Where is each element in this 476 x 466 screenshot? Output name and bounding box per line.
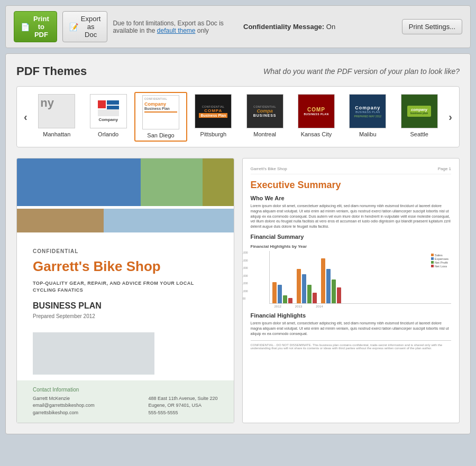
svg-rect-1 [107,100,119,105]
cover-tagline: TOP-QUALITY GEAR, REPAIR, AND ADVICE FRO… [33,280,218,293]
inner-executive-summary: Executive Summary [251,180,452,191]
cover-company-name: Garrett's Bike Shop [33,258,218,275]
theme-thumbnail-sandiego: CONFIDENTIAL Company Business Plan [142,95,179,129]
cover-page-preview: CONFIDENTIAL Garrett's Bike Shop TOP-QUA… [16,158,234,423]
pdf-icon: 📄 [21,23,30,31]
confidentiality-message: Confidentiality Message: On [243,23,335,31]
bar-netprofit-2012 [283,295,287,303]
chart-bar-group-2013 [297,269,317,303]
legend-sales: Sales [431,254,448,257]
theme-name-montreal: Montreal [253,131,276,137]
cover-page: CONFIDENTIAL Garrett's Bike Shop TOP-QUA… [17,159,234,423]
chart-bar-group-2014 [321,258,341,303]
theme-item-montreal[interactable]: CONFIDENTIAL Compa BUSINESS Montreal [240,92,290,142]
theme-thumbnail-kansascity: COMP BUSINESS PLAN [298,94,335,128]
color-block-green [141,159,203,206]
pdf-themes-question: What do you want the PDF version of your… [263,67,460,76]
cover-contact-title: Contact Information [33,387,218,393]
color-block-olive [203,159,234,206]
print-settings-button[interactable]: Print Settings... [402,19,462,34]
bar-sales-2013 [297,269,301,303]
theme-thumbnail-seattle: company business plan [401,94,438,128]
theme-item-sandiego[interactable]: CONFIDENTIAL Company Business Plan San D… [134,92,187,142]
cover-color-blocks-bottom [17,209,234,232]
cover-prepared: Prepared September 2012 [33,313,218,319]
bar-sales-2014 [321,258,325,303]
orlando-logo-svg [98,100,119,116]
inner-chart-area: Financial Highlights by Year $3,500,000 … [251,244,452,308]
inner-footer-text: CONFIDENTIAL - DO NOT DISSEMINATE. This … [251,340,452,350]
inner-chart-title: Financial Highlights by Year [251,244,452,249]
theme-item-pittsburgh[interactable]: CONFIDENTIAL COMPA Business Plan Pittsbu… [188,92,239,142]
chart-legend: Sales Expenses Net Profit [431,254,448,268]
theme-name-sandiego: San Diego [147,132,174,138]
chart-y-labels: $3,500,000 $3,000,000 $2,500,000 $2,000,… [243,251,248,308]
print-pdf-button[interactable]: 📄 Print to PDF [14,11,57,42]
inner-page-header: Garrett's Bike Shop Page 1 [251,166,452,174]
bar-expenses-2013 [302,274,306,303]
theme-name-manhattan: Manhattan [43,131,70,137]
color-block-lightblue [104,209,234,232]
bar-expenses-2014 [326,269,331,303]
cover-contact-left: Garrett McKenzie email@garrettsbikeshop.… [33,395,95,417]
cover-plan-title: BUSINESS PLAN [33,301,218,311]
cover-contact-section: Contact Information Garrett McKenzie ema… [17,380,234,423]
cover-contact-right: 488 East 11th Avenue, Suite 220 Eugene, … [149,395,218,417]
export-doc-label: Export as Doc [81,15,101,39]
cover-grey-box [33,332,154,375]
cover-color-blocks-top [17,159,234,206]
theme-thumbnail-pittsburgh: CONFIDENTIAL COMPA Business Plan [195,94,232,128]
svg-rect-2 [107,106,119,110]
bar-sales-2012 [272,282,277,303]
theme-name-seattle: Seattle [410,131,428,137]
top-bar-left: 📄 Print to PDF 📝 Export as Doc Due to fo… [14,11,233,42]
inner-who-we-are-title: Who We Are [251,195,452,201]
theme-name-orlando: Orlando [98,131,118,137]
theme-item-orlando[interactable]: Company Orlando [83,92,133,142]
color-block-blue [17,159,141,206]
theme-items: ny Manhattan Com [32,92,445,142]
cover-contact-details: Garrett McKenzie email@garrettsbikeshop.… [33,395,218,417]
theme-item-kansascity[interactable]: COMP BUSINESS PLAN Kansas City [291,92,341,142]
cover-content: CONFIDENTIAL Garrett's Bike Shop TOP-QUA… [17,232,234,396]
chart-container: Sales Expenses Net Profit [269,251,452,304]
bar-netloss-2013 [313,293,317,303]
legend-netloss: Net Loss [431,265,448,268]
theme-item-seattle[interactable]: company business plan Seattle [394,92,444,142]
theme-thumbnail-montreal: CONFIDENTIAL Compa BUSINESS [246,94,283,128]
theme-item-malibu[interactable]: Company BUSINESS PLAN PREPARED MAY 2012 … [343,92,393,142]
font-note: Due to font limitations, Export as Doc i… [113,20,233,34]
inner-financial-summary-title: Financial Summary [251,234,452,240]
top-bar: 📄 Print to PDF 📝 Export as Doc Due to fo… [5,5,471,48]
main-content: PDF Themes What do you want the PDF vers… [5,53,471,434]
preview-panels: CONFIDENTIAL Garrett's Bike Shop TOP-QUA… [16,158,460,423]
bar-netprofit-2014 [332,279,336,303]
cover-confidential: CONFIDENTIAL [33,248,218,254]
default-theme-link[interactable]: default theme [157,27,196,34]
carousel-next-button[interactable]: › [444,111,456,123]
carousel-prev-button[interactable]: ‹ [20,111,32,123]
inner-body-text-2: Lorem ipsum dolor sit amet, consectetuer… [251,321,452,336]
pdf-themes-title: PDF Themes [16,64,87,78]
bar-netloss-2014 [337,287,341,303]
chart-bar-group-2012 [272,282,292,303]
svg-rect-3 [98,109,119,116]
svg-rect-0 [98,100,106,108]
bar-netprofit-2013 [307,285,312,303]
inner-page: Garrett's Bike Shop Page 1 Executive Sum… [243,159,460,423]
theme-thumbnail-malibu: Company BUSINESS PLAN PREPARED MAY 2012 [349,94,386,128]
export-doc-button[interactable]: 📝 Export as Doc [62,11,108,42]
print-pdf-label: Print to PDF [32,15,50,39]
doc-icon: 📝 [69,23,78,31]
inner-page-preview: Garrett's Bike Shop Page 1 Executive Sum… [242,158,460,423]
inner-body-text-1: Lorem ipsum dolor sit amet, consectetuer… [251,203,452,229]
legend-expenses: Expenses [431,257,448,260]
bar-expenses-2012 [278,285,282,303]
theme-thumbnail-manhattan: ny [38,94,75,128]
legend-netprofit: Net Profit [431,261,448,264]
theme-name-kansascity: Kansas City [301,131,332,137]
theme-carousel: ‹ ny Manhattan [16,86,460,147]
theme-thumbnail-orlando: Company [90,94,127,128]
theme-item-manhattan[interactable]: ny Manhattan [32,92,82,142]
pdf-themes-header: PDF Themes What do you want the PDF vers… [16,64,460,78]
